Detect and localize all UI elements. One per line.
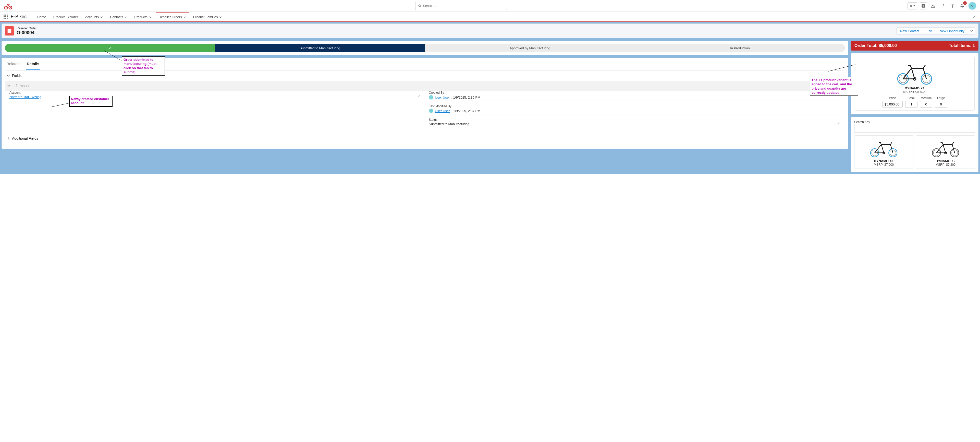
created-by-timestamp: , 1/9/2025, 2:36 PM — [452, 96, 480, 99]
product-tile[interactable]: DYNAMO X2MSRP: $7,200 — [916, 135, 975, 169]
header-utilities: ★▼ ? 1 — [907, 2, 977, 10]
app-logo — [3, 1, 13, 10]
object-type: Reseller Order — [17, 27, 37, 30]
path-card: Submitted to ManufacturingApproved by Ma… — [2, 41, 848, 55]
object-icon — [5, 26, 14, 35]
section-additional-label: Additional Fields — [12, 136, 38, 140]
nav-tab-products[interactable]: Products — [131, 12, 154, 21]
check-icon — [108, 46, 112, 50]
app-launcher-icon[interactable] — [3, 14, 8, 19]
help-button[interactable]: ? — [939, 2, 946, 10]
large-label: Large — [937, 96, 945, 100]
global-search-input[interactable] — [423, 4, 504, 8]
nav-tab-product-families[interactable]: Product Families — [190, 12, 225, 21]
global-header: ★▼ ? 1 — [0, 0, 980, 12]
notifications-button[interactable]: 1 — [959, 2, 966, 10]
orders-icon — [6, 28, 12, 34]
chevron-down-icon — [219, 16, 222, 18]
nav-tab-product-explorer[interactable]: Product Explorer — [50, 12, 81, 21]
product-msrp: MSRP: $7,200 — [935, 163, 956, 166]
chevron-down-icon — [124, 16, 127, 18]
user-avatar-icon — [429, 109, 433, 113]
section-fields-label: Fields — [12, 73, 21, 78]
tab-related[interactable]: Related — [6, 58, 20, 70]
chevron-down-icon — [970, 30, 973, 32]
edit-status-button[interactable] — [837, 121, 840, 126]
nav-tab-label: Contacts — [110, 15, 123, 19]
nav-tab-home[interactable]: Home — [34, 12, 49, 21]
tab-details[interactable]: Details — [26, 58, 40, 70]
price-input[interactable] — [882, 101, 903, 108]
gear-icon — [950, 3, 955, 8]
page-background: Reseller Order O-00004 New Contact Edit … — [0, 22, 980, 174]
edit-account-button[interactable] — [417, 94, 421, 99]
new-contact-button[interactable]: New Contact — [896, 27, 923, 35]
path-step[interactable]: Submitted to Manufacturing — [215, 44, 425, 52]
plus-icon — [921, 4, 925, 8]
search-icon — [418, 4, 422, 8]
medium-qty-input[interactable] — [920, 101, 932, 108]
cart-item-msrp: MSRP:$7,000.00 — [903, 90, 926, 94]
cart-card: DYNAMO X1 MSRP:$7,000.00 Price Small Med… — [851, 53, 978, 114]
bike-image — [867, 138, 900, 158]
pencil-icon — [972, 14, 977, 18]
account-link[interactable]: Northern Trail Cycling — [10, 95, 41, 99]
user-avatar[interactable] — [968, 2, 977, 10]
user-avatar-icon — [429, 95, 433, 100]
svg-rect-11 — [8, 30, 11, 31]
annotation-submitted: Order submitted to manufacturing (must c… — [122, 56, 165, 76]
search-key-input[interactable] — [854, 125, 975, 133]
more-actions-button[interactable] — [968, 27, 975, 35]
nav-tab-label: Product Families — [193, 15, 218, 19]
section-information[interactable]: Information — [5, 81, 845, 91]
field-status-label: Status — [429, 118, 840, 121]
section-information-label: Information — [13, 84, 30, 88]
chevron-down-icon — [100, 16, 103, 18]
chevron-down-icon — [7, 84, 11, 87]
chevron-down-icon — [183, 16, 186, 18]
created-by-user-link[interactable]: User User — [435, 96, 450, 99]
notification-badge: 1 — [963, 1, 967, 5]
edit-button[interactable]: Edit — [923, 27, 936, 35]
total-items-label: Total Items: 1 — [949, 43, 975, 48]
nav-tab-label: Accounts — [85, 15, 99, 19]
small-qty-input[interactable] — [905, 101, 918, 108]
add-button[interactable] — [920, 2, 927, 10]
product-tile[interactable]: DYNAMO X1MSRP: $7,000 — [854, 135, 913, 169]
field-modified-by: Last Modified By User User , 1/9/2025, 2… — [429, 104, 840, 114]
path: Submitted to ManufacturingApproved by Ma… — [5, 44, 845, 52]
svg-point-7 — [971, 5, 972, 6]
chevron-right-icon — [7, 137, 10, 140]
record-name: O-00004 — [17, 30, 37, 35]
nav-tab-accounts[interactable]: Accounts — [82, 12, 106, 21]
nav-tab-reseller-orders[interactable]: Reseller Orders — [156, 12, 189, 21]
large-qty-input[interactable] — [935, 101, 947, 108]
trailhead-button[interactable] — [929, 2, 937, 10]
product-search-card: Search Key DYNAMO X1MSRP: $7,000DYNAMO X… — [851, 117, 978, 172]
field-modified-by-label: Last Modified By — [429, 104, 840, 108]
edit-nav-button[interactable] — [972, 14, 977, 19]
pencil-icon — [417, 94, 421, 98]
product-name: DYNAMO X2 — [935, 159, 955, 163]
svg-point-5 — [952, 5, 953, 6]
new-opportunity-button[interactable]: New Opportunity — [936, 27, 968, 35]
svg-point-15 — [430, 110, 432, 112]
product-name: DYNAMO X1 — [874, 159, 894, 163]
svg-point-6 — [970, 3, 975, 8]
path-step[interactable]: In Production — [635, 44, 845, 52]
favorites-button[interactable]: ★▼ — [907, 2, 917, 10]
svg-point-2 — [418, 5, 421, 6]
nav-bar: E-Bikes HomeProduct ExplorerAccountsCont… — [0, 12, 980, 22]
order-totals-bar: Order Total: $5,000.00 Total Items: 1 — [851, 41, 978, 51]
modified-by-user-link[interactable]: User User — [435, 109, 450, 113]
price-label: Price — [889, 96, 896, 100]
cart-item: DYNAMO X1 MSRP:$7,000.00 Price Small Med… — [855, 57, 975, 110]
path-step[interactable] — [5, 44, 215, 52]
search-key-label: Search Key — [854, 120, 975, 124]
setup-button[interactable] — [949, 2, 956, 10]
path-step[interactable]: Approved by Manufacturing — [425, 44, 635, 52]
nav-tab-contacts[interactable]: Contacts — [107, 12, 130, 21]
section-additional-fields[interactable]: Additional Fields — [6, 133, 844, 144]
global-search[interactable] — [415, 2, 507, 10]
field-created-by-label: Created By — [429, 91, 840, 94]
